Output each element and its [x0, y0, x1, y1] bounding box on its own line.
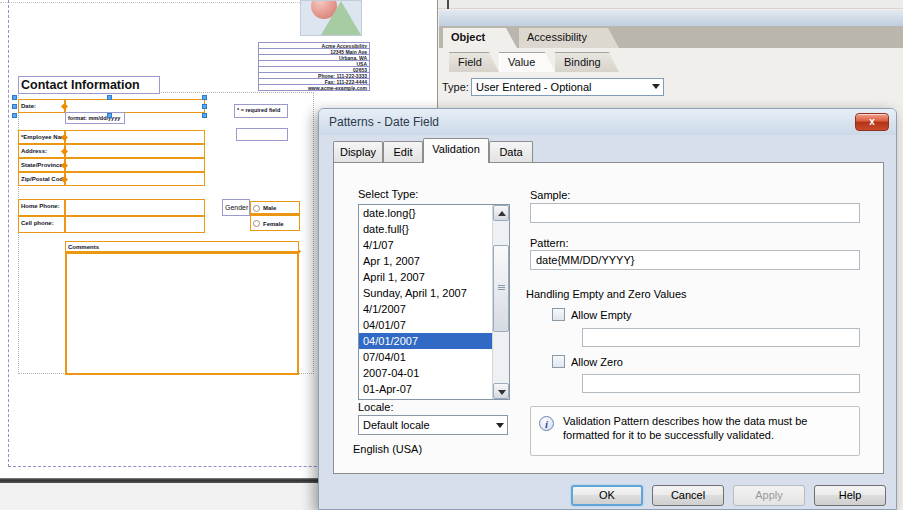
pattern-type-option[interactable]: Apr 1, 2007: [359, 253, 492, 269]
subtab-field[interactable]: Field: [449, 52, 499, 72]
tab-validation[interactable]: Validation: [423, 138, 489, 163]
palette-titlebar[interactable]: [439, 10, 903, 26]
selection-handle[interactable]: [107, 113, 112, 118]
gender-label-box[interactable]: Gender: [222, 199, 250, 216]
tab-object[interactable]: Objectx: [443, 28, 517, 48]
pattern-type-option[interactable]: Sunday, April 1, 2007: [359, 285, 492, 301]
state-label-box[interactable]: State/Province:: [18, 158, 65, 172]
cell-phone-label-box[interactable]: Cell phone:: [18, 216, 65, 233]
allow-zero-checkbox[interactable]: [552, 355, 565, 368]
tab-display[interactable]: Display: [333, 141, 383, 163]
arrow-down-icon: [498, 390, 506, 395]
pattern-label: Pattern:: [530, 237, 569, 249]
empty-static-box[interactable]: [236, 128, 288, 141]
date-field-value-box[interactable]: [65, 99, 205, 113]
selection-handle[interactable]: [107, 95, 112, 100]
list-scrollbar[interactable]: [492, 205, 509, 399]
chevron-down-icon: [496, 423, 504, 428]
date-field-label-box[interactable]: Date:: [18, 99, 65, 113]
selection-handle[interactable]: [202, 104, 207, 109]
empty-zero-heading: Handling Empty and Zero Values: [526, 288, 687, 300]
scroll-up-button[interactable]: [493, 205, 509, 221]
allow-zero-input[interactable]: [582, 374, 860, 393]
tab-accessibility-label: Accessibility: [527, 31, 587, 43]
male-radio[interactable]: [253, 205, 260, 212]
scroll-down-button[interactable]: [493, 383, 509, 399]
locale-dropdown[interactable]: Default locale: [358, 415, 508, 435]
comments-label-box[interactable]: Comments: [65, 241, 299, 252]
apply-button[interactable]: Apply: [733, 485, 805, 506]
home-phone-label-box[interactable]: Home Phone:: [18, 199, 65, 216]
state-value-box[interactable]: [65, 158, 205, 172]
subtab-value[interactable]: Value: [499, 52, 555, 72]
pattern-type-option-selected[interactable]: 04/01/2007: [359, 333, 492, 349]
validation-info-text: Validation Pattern describes how the dat…: [563, 414, 849, 442]
tab-validation-label: Validation: [432, 143, 480, 155]
tab-edit-label: Edit: [394, 146, 413, 158]
value-type-selected: User Entered - Optional: [476, 81, 592, 93]
allow-empty-input[interactable]: [582, 328, 860, 347]
pattern-type-option[interactable]: 2007-04-01: [359, 365, 492, 381]
ok-button[interactable]: OK: [571, 485, 643, 506]
pattern-type-option[interactable]: 07/04/01: [359, 349, 492, 365]
employee-name-value-box[interactable]: [65, 130, 205, 144]
employee-name-label-box[interactable]: *Employee Name: [18, 130, 65, 144]
pattern-type-option[interactable]: date.long{}: [359, 205, 492, 221]
address-label-box[interactable]: Address:: [18, 144, 65, 158]
tab-data[interactable]: Data: [489, 141, 533, 163]
zip-value-box[interactable]: [65, 172, 205, 186]
home-phone-value-box[interactable]: [65, 199, 205, 216]
gender-female-option[interactable]: Female: [250, 215, 300, 231]
selection-handle[interactable]: [202, 95, 207, 100]
subtab-field-label: Field: [458, 56, 482, 68]
form-heading: Contact Information: [19, 77, 159, 93]
address-value-box[interactable]: [65, 144, 205, 158]
pattern-type-option[interactable]: date.full{}: [359, 221, 492, 237]
allow-empty-checkbox[interactable]: [552, 308, 565, 321]
value-type-dropdown[interactable]: User Entered - Optional: [471, 78, 664, 96]
pattern-input[interactable]: date{MM/DD/YYYY}: [530, 250, 860, 270]
locale-detail: English (USA): [353, 443, 422, 455]
selection-handle[interactable]: [202, 113, 207, 118]
female-radio[interactable]: [253, 220, 260, 227]
cancel-button[interactable]: Cancel: [652, 485, 724, 506]
pattern-type-listbox[interactable]: date.long{} date.full{} 4/1/07 Apr 1, 20…: [358, 204, 510, 400]
cell-phone-value-box[interactable]: [65, 216, 205, 233]
date-field-label: Date:: [19, 100, 64, 110]
value-type-label: Type:: [442, 81, 469, 93]
company-address-block[interactable]: Acme Accessibility 12345 Main Ave Urbana…: [258, 42, 370, 91]
pattern-type-option[interactable]: 04/01/07: [359, 317, 492, 333]
subtab-binding[interactable]: Binding: [555, 52, 619, 72]
pattern-type-option[interactable]: 01-Apr-07: [359, 381, 492, 397]
zip-label-box[interactable]: Zip/Postal Code:: [18, 172, 65, 186]
patterns-dialog: Patterns - Date Field x Display Edit Val…: [318, 108, 897, 510]
sample-label: Sample:: [530, 189, 570, 201]
validation-info-box: i Validation Pattern describes how the d…: [530, 406, 860, 456]
date-format-note-box[interactable]: format: mm/dd/yyyy: [65, 112, 125, 124]
logo-triangle-shape: [321, 1, 361, 35]
arrow-up-icon: [498, 211, 506, 216]
pattern-type-option[interactable]: April 1, 2007: [359, 269, 492, 285]
tab-object-label: Object: [451, 31, 485, 43]
comments-label: Comments: [66, 242, 298, 251]
tab-accessibility[interactable]: Accessibility: [519, 28, 619, 48]
gender-male-option[interactable]: Male: [250, 201, 300, 215]
pattern-type-option[interactable]: 4/1/2007: [359, 301, 492, 317]
comments-value-box[interactable]: [65, 252, 299, 375]
sample-input[interactable]: [530, 203, 860, 223]
allow-zero-label: Allow Zero: [571, 356, 623, 368]
logo-image[interactable]: [300, 0, 362, 36]
tab-edit[interactable]: Edit: [383, 141, 423, 163]
form-heading-box[interactable]: Contact Information: [18, 76, 160, 94]
date-format-note: format: mm/dd/yyyy: [66, 113, 124, 122]
required-note-box[interactable]: * = required field: [234, 104, 288, 118]
pattern-type-option[interactable]: 4/1/07: [359, 237, 492, 253]
selection-handle[interactable]: [12, 113, 17, 118]
home-phone-label: Home Phone:: [19, 200, 64, 210]
close-dialog-button[interactable]: x: [855, 113, 889, 131]
selection-handle[interactable]: [12, 104, 17, 109]
selection-handle[interactable]: [12, 95, 17, 100]
help-button[interactable]: Help: [814, 485, 886, 506]
scrollbar-thumb[interactable]: [493, 245, 509, 332]
locale-label: Locale:: [358, 401, 393, 413]
